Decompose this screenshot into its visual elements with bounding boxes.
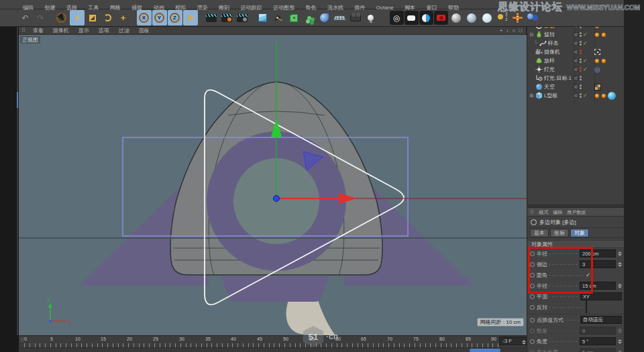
- sides-input[interactable]: 3: [580, 260, 616, 268]
- keyframe-circle-icon[interactable]: [530, 284, 535, 288]
- tab-coordinates[interactable]: 坐标: [550, 229, 569, 237]
- object-row-loft[interactable]: 放样 ✓: [527, 56, 624, 65]
- octane-camera-icon[interactable]: [434, 11, 448, 25]
- menu-render[interactable]: 渲染: [193, 3, 212, 12]
- vp-menu-filter[interactable]: 过滤: [114, 27, 134, 35]
- move-tool-icon[interactable]: +: [70, 10, 85, 25]
- deformer-icon[interactable]: [317, 10, 332, 25]
- menu-pipeline[interactable]: 流水线: [323, 3, 347, 12]
- undo-icon[interactable]: ↶: [18, 10, 33, 25]
- object-row-light[interactable]: 灯光 ✓ ◎: [527, 65, 624, 74]
- tag-icon[interactable]: [594, 58, 600, 64]
- object-row-sky[interactable]: 天空: [527, 82, 624, 91]
- rounding-radius-stepper[interactable]: [617, 282, 622, 290]
- visibility-dots[interactable]: [580, 93, 582, 99]
- enable-check-icon[interactable]: ✓: [583, 32, 588, 38]
- angle-input[interactable]: 5 °: [580, 337, 616, 345]
- grip-icon[interactable]: ⠿: [20, 337, 24, 343]
- render-queue-icon[interactable]: [235, 10, 250, 25]
- keyframe-circle-icon[interactable]: [530, 339, 535, 344]
- am-menu-edit[interactable]: 编辑: [551, 208, 565, 217]
- visibility-dots[interactable]: [580, 58, 582, 64]
- timeline-ruler[interactable]: ⠿ 0 5 10 15 20 25 30 35 40 45 50 55 60 6…: [19, 335, 530, 347]
- visibility-dots[interactable]: [580, 50, 582, 55]
- zoom-icon[interactable]: ↓: [506, 27, 508, 35]
- orbit-icon[interactable]: ○: [512, 27, 515, 35]
- light-tool-icon[interactable]: [364, 10, 378, 25]
- scene-canvas[interactable]: Y x: [19, 35, 527, 335]
- vp-menu-options[interactable]: 选项: [94, 27, 114, 35]
- floor-environment-icon[interactable]: [333, 10, 347, 25]
- exhaust-nozzle[interactable]: [221, 276, 329, 302]
- tab-object[interactable]: 对象: [570, 229, 589, 237]
- viewport-front-view[interactable]: ⠿ 查看 摄像机 显示 选项 过滤 面板 + ↓ ○ □ 正视图 网格间距 : …: [19, 27, 527, 335]
- menu-motion-tracker[interactable]: 运动跟踪: [237, 3, 266, 12]
- vp-menu-view[interactable]: 查看: [28, 27, 48, 35]
- menu-select[interactable]: 选择: [62, 3, 81, 12]
- tab-basic[interactable]: 基本: [530, 229, 549, 237]
- menu-create[interactable]: 创建: [40, 3, 59, 12]
- keyframe-circle-icon[interactable]: [530, 262, 535, 267]
- timeline-scrollbar-thumb[interactable]: [470, 349, 500, 352]
- menu-character[interactable]: 角色: [301, 3, 320, 12]
- last-tool-icon[interactable]: +: [116, 10, 131, 25]
- subdivision-surface-icon[interactable]: [286, 10, 301, 25]
- maximize-view-icon[interactable]: □: [519, 27, 522, 35]
- layer-swatch-icon[interactable]: [574, 93, 578, 98]
- scale-tool-icon[interactable]: [85, 10, 100, 25]
- camera-target-tag-icon[interactable]: [594, 49, 600, 55]
- vp-menu-camera[interactable]: 摄像机: [48, 27, 74, 35]
- left-scrollbar[interactable]: [17, 27, 18, 335]
- expand-arrows-icon[interactable]: [511, 10, 525, 25]
- layer-swatch-icon[interactable]: [574, 41, 578, 46]
- z-axis-lock-icon[interactable]: Z: [168, 10, 182, 25]
- tag-icon[interactable]: [601, 93, 606, 99]
- object-row-light-target[interactable]: 灯光.目标.1: [527, 74, 624, 82]
- y-axis-lock-icon[interactable]: Y: [152, 10, 167, 25]
- camera-tool-icon[interactable]: [348, 10, 363, 25]
- interpolation-dropdown[interactable]: 自动适应: [580, 316, 622, 324]
- layer-swatch-icon[interactable]: [574, 67, 578, 72]
- menu-tools[interactable]: 工具: [84, 3, 103, 12]
- menu-animate[interactable]: 动画: [150, 3, 168, 12]
- layer-swatch-icon[interactable]: [574, 50, 578, 54]
- live-selection-icon[interactable]: [54, 10, 69, 25]
- enable-check-icon[interactable]: ✓: [583, 67, 588, 72]
- vp-menu-panel[interactable]: 面板: [134, 27, 154, 35]
- menu-octane[interactable]: Octane: [372, 3, 398, 12]
- x-axis-lock-icon[interactable]: X: [137, 10, 152, 25]
- redo-icon[interactable]: ↷: [34, 10, 48, 25]
- keyframe-circle-icon[interactable]: [530, 305, 535, 310]
- sides-stepper[interactable]: [617, 261, 622, 268]
- tag-icon[interactable]: [594, 93, 600, 99]
- keyframe-circle-icon[interactable]: [530, 318, 535, 322]
- menu-help[interactable]: 帮助: [444, 3, 463, 12]
- radius-input[interactable]: 200 cm: [580, 249, 616, 257]
- menu-plugins[interactable]: 插件: [350, 3, 369, 12]
- pan-icon[interactable]: +: [500, 27, 503, 35]
- primitive-cube-icon[interactable]: [256, 10, 270, 25]
- layer-swatch-icon[interactable]: [574, 58, 578, 63]
- material-sphere-1-icon[interactable]: [449, 10, 464, 25]
- menu-script[interactable]: 脚本: [400, 3, 419, 12]
- visibility-dots[interactable]: [580, 67, 582, 72]
- vp-menu-display[interactable]: 显示: [74, 27, 94, 35]
- render-settings-icon[interactable]: [219, 10, 234, 25]
- rotate-tool-icon[interactable]: [101, 10, 115, 25]
- object-row-camera[interactable]: 摄像机: [527, 48, 624, 56]
- menu-simulate[interactable]: 模拟: [171, 3, 190, 12]
- grip-icon[interactable]: ⠿: [527, 209, 537, 215]
- origin-handle[interactable]: [274, 196, 280, 202]
- menu-snap[interactable]: 捕捉: [127, 3, 146, 12]
- scene-objects-icon[interactable]: ↓: [526, 10, 541, 25]
- target-tag-icon[interactable]: ◎: [594, 66, 600, 73]
- enable-check-icon[interactable]: ✓: [583, 58, 588, 64]
- menu-window[interactable]: 窗口: [423, 3, 441, 12]
- expand-toggle-icon[interactable]: ⊟: [529, 32, 534, 38]
- object-row-spline[interactable]: └ 样条 ✓: [527, 39, 624, 48]
- octane-material-icon[interactable]: [405, 11, 419, 25]
- left-scrollbar-thumb[interactable]: [17, 92, 18, 108]
- timeline-scrollbar[interactable]: [19, 347, 530, 352]
- reverse-checkbox[interactable]: [586, 300, 587, 313]
- octane-environment-icon[interactable]: [419, 11, 433, 25]
